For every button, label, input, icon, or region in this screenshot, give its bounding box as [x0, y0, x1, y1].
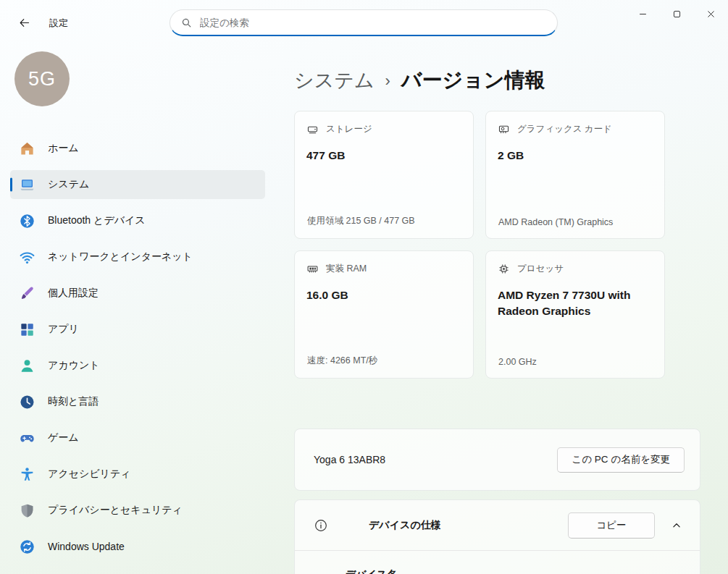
sidebar-item-label: Bluetooth とデバイス — [48, 214, 146, 227]
sidebar-nav: ホーム システム Bluetooth とデバイス — [10, 134, 265, 561]
avatar-text: 5G — [28, 68, 56, 90]
card-detail: 速度: 4266 MT/秒 — [307, 355, 377, 367]
breadcrumb-parent[interactable]: システム — [294, 67, 375, 93]
sidebar-item-bluetooth-devices[interactable]: Bluetooth とデバイス — [10, 206, 265, 235]
processor-card: プロセッサ AMD Ryzen 7 7730U with Radeon Grap… — [485, 250, 665, 379]
accounts-icon — [19, 358, 35, 374]
titlebar: 設定 — [0, 0, 728, 46]
sidebar-item-label: ホーム — [48, 142, 79, 155]
minimize-button[interactable] — [626, 0, 660, 28]
page-title: バージョン情報 — [401, 67, 545, 94]
back-icon — [18, 17, 30, 29]
app-title: 設定 — [49, 17, 68, 30]
card-value: 16.0 GB — [306, 287, 461, 303]
card-label: プロセッサ — [517, 263, 564, 275]
close-button[interactable] — [694, 0, 728, 28]
sidebar-item-accounts[interactable]: アカウント — [10, 351, 265, 380]
collapse-button[interactable] — [667, 516, 686, 535]
device-specs-expander[interactable]: デバイスの仕様 コピー — [295, 500, 700, 550]
close-icon — [706, 9, 716, 20]
back-button[interactable] — [12, 12, 36, 34]
info-icon — [314, 518, 328, 533]
sidebar-item-gaming[interactable]: ゲーム — [10, 423, 265, 452]
search-input[interactable] — [200, 17, 553, 28]
settings-window: 設定 5G — [0, 0, 728, 574]
bluetooth-icon — [19, 213, 35, 229]
device-specs-body: デバイス名 — [295, 550, 700, 574]
card-detail: AMD Radeon (TM) Graphics — [498, 217, 613, 227]
sidebar-item-home[interactable]: ホーム — [10, 134, 265, 163]
time-language-icon — [19, 394, 35, 410]
sidebar-item-label: Windows Update — [48, 541, 125, 552]
spec-cards-grid: ストレージ 477 GB 使用領域 215 GB / 477 GB グラフィック… — [294, 111, 704, 379]
sidebar-item-label: ネットワークとインターネット — [48, 250, 193, 263]
privacy-icon — [19, 502, 35, 519]
breadcrumb-chevron-icon: › — [385, 70, 390, 90]
accessibility-icon — [19, 466, 35, 483]
sidebar-item-privacy-security[interactable]: プライバシーとセキュリティ — [10, 496, 265, 525]
minimize-icon — [637, 9, 648, 20]
sidebar-item-label: 時刻と言語 — [48, 395, 99, 408]
network-icon — [19, 249, 35, 266]
window-controls — [626, 0, 728, 28]
sidebar-item-network-internet[interactable]: ネットワークとインターネット — [10, 242, 265, 271]
maximize-button[interactable] — [660, 0, 694, 28]
maximize-icon — [671, 9, 682, 20]
sidebar: 5G ホーム システム — [0, 46, 275, 574]
rename-pc-button[interactable]: この PC の名前を変更 — [557, 447, 685, 473]
sidebar-item-time-language[interactable]: 時刻と言語 — [10, 387, 265, 416]
device-name: Yoga 6 13ABR8 — [314, 454, 385, 465]
sidebar-item-label: アカウント — [48, 359, 100, 372]
device-name-label: デバイス名 — [346, 568, 700, 574]
home-icon — [19, 140, 35, 157]
sidebar-item-windows-update[interactable]: Windows Update — [10, 532, 265, 561]
card-value: AMD Ryzen 7 7730U with Radeon Graphics — [498, 287, 653, 318]
sidebar-item-system[interactable]: システム — [10, 170, 265, 199]
cpu-icon — [498, 263, 510, 275]
apps-icon — [19, 321, 35, 338]
search-box[interactable] — [170, 9, 558, 36]
search-icon — [180, 17, 193, 29]
system-icon — [19, 177, 35, 193]
sidebar-item-label: 個人用設定 — [48, 287, 99, 300]
device-specs-title: デバイスの仕様 — [369, 519, 441, 532]
card-label: 実装 RAM — [326, 263, 367, 275]
card-value: 2 GB — [498, 148, 653, 164]
sidebar-item-accessibility[interactable]: アクセシビリティ — [10, 460, 265, 489]
card-detail: 使用領域 215 GB / 477 GB — [307, 215, 415, 227]
ram-card: 実装 RAM 16.0 GB 速度: 4266 MT/秒 — [294, 250, 474, 379]
gaming-icon — [19, 430, 35, 447]
device-specs-section: デバイスの仕様 コピー デバイス名 — [294, 499, 700, 574]
main-content: システム › バージョン情報 ストレージ 477 GB 使用領域 215 GB … — [275, 46, 728, 574]
sidebar-item-label: プライバシーとセキュリティ — [48, 504, 183, 517]
sidebar-item-label: システム — [48, 178, 89, 191]
avatar[interactable]: 5G — [14, 51, 70, 106]
storage-icon — [306, 123, 319, 135]
copy-button[interactable]: コピー — [568, 512, 655, 539]
graphics-card-card: グラフィックス カード 2 GB AMD Radeon (TM) Graphic… — [485, 111, 665, 239]
gpu-icon — [498, 123, 510, 135]
card-value: 477 GB — [306, 148, 461, 164]
sidebar-item-label: ゲーム — [48, 431, 79, 444]
sidebar-item-personalization[interactable]: 個人用設定 — [10, 279, 265, 308]
windows-update-icon — [19, 539, 35, 555]
sidebar-item-apps[interactable]: アプリ — [10, 315, 265, 344]
card-label: ストレージ — [326, 123, 372, 135]
card-detail: 2.00 GHz — [498, 357, 537, 367]
personalization-icon — [19, 285, 35, 302]
ram-icon — [306, 263, 319, 275]
sidebar-item-label: アクセシビリティ — [48, 468, 131, 481]
device-name-row: Yoga 6 13ABR8 この PC の名前を変更 — [294, 429, 700, 491]
chevron-up-icon — [670, 519, 683, 532]
card-label: グラフィックス カード — [517, 123, 612, 135]
storage-card: ストレージ 477 GB 使用領域 215 GB / 477 GB — [294, 111, 474, 239]
breadcrumb: システム › バージョン情報 — [294, 67, 704, 94]
sidebar-item-label: アプリ — [48, 323, 79, 336]
